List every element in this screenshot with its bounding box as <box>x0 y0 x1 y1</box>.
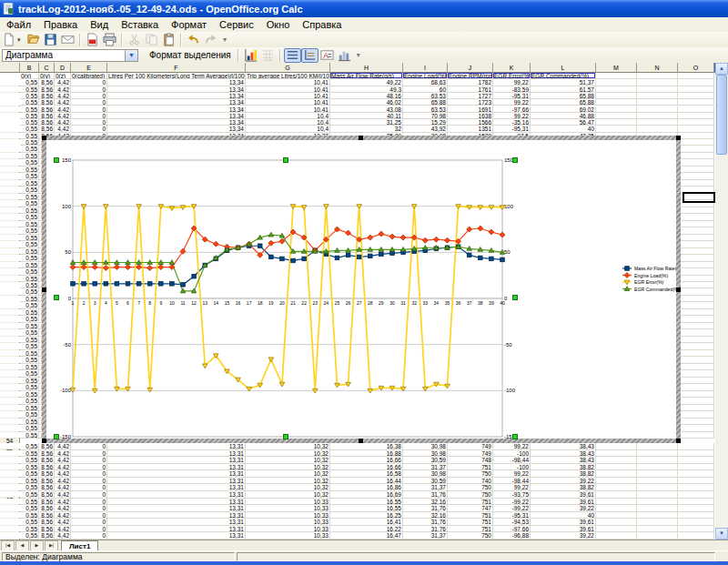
cell[interactable]: 16,44 <box>330 478 403 485</box>
cell[interactable]: 0,55 <box>20 268 39 275</box>
object-selector-combo[interactable]: Диаграмма ▼ <box>2 49 138 62</box>
new-document-icon[interactable] <box>0 33 17 47</box>
cell[interactable]: 8,56 <box>39 470 55 478</box>
cell[interactable]: 0 <box>71 99 107 106</box>
cell[interactable]: 750 <box>448 470 493 478</box>
cell[interactable]: 740 <box>448 478 493 485</box>
cell[interactable] <box>678 241 714 247</box>
cell[interactable]: 13,31 <box>107 512 246 520</box>
cell[interactable]: 13,31 <box>107 450 246 458</box>
cell[interactable] <box>678 316 714 322</box>
cell[interactable]: 4,42 <box>55 464 71 471</box>
cell[interactable]: 8,56 <box>39 499 55 506</box>
cell[interactable] <box>678 491 714 499</box>
cell[interactable]: 39,22 <box>531 532 596 540</box>
cell[interactable]: 8,56 <box>39 113 55 119</box>
cell[interactable] <box>637 99 678 106</box>
cell[interactable]: 4,42 <box>55 113 71 119</box>
cell[interactable] <box>678 153 714 159</box>
cell[interactable]: 32,16 <box>403 512 448 520</box>
cell[interactable] <box>637 93 678 99</box>
cell[interactable] <box>596 93 637 99</box>
object-resize-handle[interactable] <box>676 439 681 443</box>
cell[interactable] <box>678 173 714 179</box>
cell[interactable]: 63,53 <box>403 106 448 113</box>
cell[interactable]: 0,55 <box>20 470 39 478</box>
cell[interactable] <box>678 180 714 187</box>
cell[interactable]: 16,55 <box>330 499 403 506</box>
object-resize-handle[interactable] <box>359 136 363 140</box>
cell[interactable] <box>596 86 637 93</box>
cell[interactable]: 10,41 <box>246 106 330 113</box>
cell[interactable]: 0,55 <box>20 323 39 329</box>
cell[interactable] <box>637 499 678 506</box>
cell[interactable]: 10,32 <box>246 478 330 485</box>
cell[interactable] <box>596 106 637 113</box>
cell[interactable]: -100 <box>493 464 531 471</box>
cell[interactable]: 8,56 <box>39 99 55 106</box>
cell[interactable] <box>637 73 678 79</box>
cell[interactable]: -97,66 <box>493 106 531 113</box>
cell[interactable]: 99,22 <box>493 113 531 119</box>
cell[interactable]: 43,08 <box>330 106 403 113</box>
cell[interactable] <box>637 505 678 512</box>
cell[interactable]: 0,55 <box>20 505 39 512</box>
cell[interactable]: 1727 <box>448 93 493 99</box>
menu-help[interactable]: Справка <box>296 18 348 31</box>
cell[interactable]: 0,55 <box>20 248 39 255</box>
cell[interactable]: 0,55 <box>20 532 39 540</box>
menu-window[interactable]: Окно <box>260 18 297 31</box>
cell[interactable]: 0,55 <box>20 316 39 322</box>
cell[interactable]: 0,55 <box>20 221 39 227</box>
cell[interactable]: 1638 <box>448 113 493 119</box>
cell[interactable]: 8,56 <box>39 106 55 113</box>
cell[interactable]: 0,55 <box>20 282 39 288</box>
toolbar-overflow-icon[interactable]: ▾ <box>357 51 360 59</box>
cell[interactable]: 13,31 <box>107 484 246 491</box>
cell[interactable]: 0,55 <box>20 309 39 316</box>
cell[interactable] <box>678 505 714 512</box>
cell[interactable]: 0,55 <box>20 398 39 404</box>
cell[interactable] <box>678 411 714 418</box>
cell[interactable]: 4,42 <box>55 512 71 520</box>
cell[interactable]: 63,53 <box>403 93 448 99</box>
chart-selection-handle[interactable] <box>283 157 288 163</box>
cell[interactable]: 749 <box>448 443 493 450</box>
cell[interactable]: 38,82 <box>531 484 596 491</box>
cell[interactable] <box>678 207 714 214</box>
cell[interactable]: 99,22 <box>493 99 531 106</box>
cell[interactable]: 8,56 <box>39 505 55 512</box>
cell[interactable] <box>596 532 637 540</box>
cell[interactable]: 0 <box>71 519 107 526</box>
cell[interactable]: 39,61 <box>531 519 596 526</box>
cell[interactable] <box>678 432 714 439</box>
cell[interactable]: 0 <box>71 484 107 491</box>
cell[interactable]: 0,55 <box>20 519 39 526</box>
scroll-up-button[interactable]: ▲ <box>715 63 728 75</box>
cell[interactable]: -95,31 <box>493 126 531 132</box>
cell[interactable]: 13,31 <box>107 519 246 526</box>
scroll-down-button[interactable]: ▼ <box>715 528 728 540</box>
cell[interactable]: 4,42 <box>55 484 71 491</box>
cell[interactable] <box>678 268 714 275</box>
cell[interactable]: 4,42 <box>55 86 71 93</box>
cell[interactable] <box>678 221 714 227</box>
cell[interactable]: 1691 <box>448 106 493 113</box>
cell[interactable]: 0 <box>71 526 107 533</box>
cell[interactable] <box>678 370 714 377</box>
cell[interactable]: 13,31 <box>107 526 246 533</box>
cell[interactable]: 0,55 <box>20 207 39 214</box>
cell[interactable]: 31,76 <box>403 505 448 512</box>
chart-selection-handle[interactable] <box>54 295 59 300</box>
chart-selection-handle[interactable] <box>512 434 518 439</box>
cell[interactable]: 38,43 <box>531 443 596 450</box>
chart-area[interactable]: 150150100100505000-50-50-100-100-150-150… <box>46 140 676 439</box>
cell[interactable]: 31,76 <box>403 491 448 499</box>
cell[interactable]: 10,4 <box>246 119 330 126</box>
cell[interactable] <box>678 323 714 329</box>
cell[interactable] <box>596 450 637 458</box>
cell[interactable]: 0,55 <box>20 227 39 234</box>
menu-insert[interactable]: Вставка <box>115 18 165 31</box>
cell[interactable] <box>678 262 714 268</box>
cell[interactable]: 0,55 <box>20 159 39 166</box>
